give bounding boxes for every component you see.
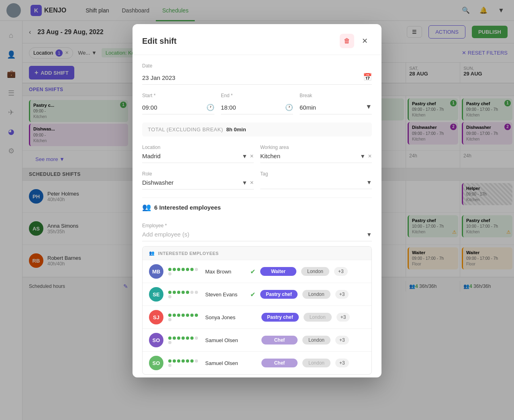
dots-max [168,268,200,275]
location-grid: Location Madrid ▼ ✕ Working area Kitchen… [142,145,372,163]
working-area-label: Working area [260,145,372,150]
role-select[interactable]: Dishwasher ▼ ✕ [142,179,254,190]
avatar-max: MB [149,264,163,279]
role-pill-sonya: Pastry chef [261,313,299,322]
employee-row-steven[interactable]: SE Steven Evans ✔ Pastry chef London +3 [143,283,371,306]
tag-label: Tag [260,171,372,177]
end-input[interactable] [221,101,293,114]
location-value: Madrid [142,153,242,159]
location-clear-icon[interactable]: ✕ [250,153,254,159]
location-pill-max: London [301,267,329,276]
role-field: Role Dishwasher ▼ ✕ [142,171,254,190]
name-sonya: Sonya Jones [205,314,245,320]
interested-header: 👥 6 Interested employees [142,198,372,216]
employee-placeholder: Add employee (s) [142,231,366,238]
role-clear-icon[interactable]: ✕ [250,180,254,186]
plus-more-max[interactable]: +3 [334,267,348,276]
avatar-sonya: SJ [149,310,163,324]
end-label: End * [221,93,293,98]
start-label: Start * [142,93,214,98]
employee-row-samuel1[interactable]: SO Samuel Olsen Chef London +3 [143,328,371,351]
date-section: Date 📅 [142,63,372,85]
role-pill-max: Waiter [260,267,296,276]
location-select[interactable]: Madrid ▼ ✕ [142,153,254,163]
interested-count: 6 Interested employees [154,204,221,211]
modal-title: Edit shift [142,37,177,46]
employees-dropdown: 👥 INTERESTED EMPLOYEES MB Max Brown ✔ Wa… [142,246,372,375]
date-label: Date [142,63,372,69]
interested-employees-icon: 👥 [149,251,155,256]
tag-select[interactable]: ▼ [260,179,372,189]
working-area-dropdown-icon[interactable]: ▼ [360,153,365,159]
modal-body: Date 📅 Start * 🕐 End * 🕐 [133,55,381,377]
total-label: TOTAL (EXCLUDING BREAK) [148,126,223,133]
role-pill-samuel1: Chef [261,336,298,345]
dots-samuel2 [168,359,200,367]
date-row: 📅 [142,71,372,85]
interested-people-icon: 👥 [142,203,151,212]
date-input[interactable] [142,71,372,85]
dots-steven [168,291,200,298]
modal-header: Edit shift 🗑 ✕ [133,24,381,55]
employee-row-max[interactable]: MB Max Brown ✔ Waiter London +3 [143,260,371,283]
working-area-clear-icon[interactable]: ✕ [368,153,372,159]
plus-more-samuel1[interactable]: +3 [335,336,349,345]
location-pill-sonya: London [304,313,332,322]
modal-delete-button[interactable]: 🗑 [340,34,354,48]
avatar-samuel2: SO [149,356,163,370]
break-label: Break [300,93,372,98]
modal-close-button[interactable]: ✕ [357,34,372,48]
dropdown-header: 👥 INTERESTED EMPLOYEES [143,247,371,260]
location-pill-samuel1: London [302,336,330,345]
role-pill-samuel2: Chef [261,359,298,367]
verified-icon-max: ✔ [250,268,255,275]
edit-shift-modal: Edit shift 🗑 ✕ Date 📅 Start * [133,24,381,377]
start-field: Start * 🕐 [142,93,214,114]
role-dropdown-icon[interactable]: ▼ [242,179,247,186]
plus-more-samuel2[interactable]: +3 [335,359,349,367]
working-area-select[interactable]: Kitchen ▼ ✕ [260,153,372,163]
working-area-value: Kitchen [260,153,360,159]
role-pill-steven: Pastry chef [260,290,298,299]
location-pill-steven: London [302,290,330,299]
role-grid: Role Dishwasher ▼ ✕ Tag ▼ [142,171,372,190]
location-field: Location Madrid ▼ ✕ [142,145,254,163]
location-dropdown-icon[interactable]: ▼ [242,153,247,159]
dots-sonya [168,314,200,321]
end-field: End * 🕐 [221,93,293,114]
location-label: Location [142,145,254,150]
role-label: Role [142,171,254,177]
time-grid: Start * 🕐 End * 🕐 Break 60min 30min [142,93,372,114]
break-field: Break 60min 30min None ▼ [300,93,372,114]
working-area-field: Working area Kitchen ▼ ✕ [260,145,372,163]
plus-more-steven[interactable]: +3 [335,290,349,299]
modal-header-actions: 🗑 ✕ [340,34,372,48]
avatar-samuel1: SO [149,333,163,347]
dots-samuel1 [168,336,200,344]
start-clock-icon[interactable]: 🕐 [206,104,214,111]
plus-more-sonya[interactable]: +3 [337,313,350,322]
employee-row-sonya[interactable]: SJ Sonya Jones Pastry chef London +3 [143,306,371,328]
employee-field: Employee * Add employee (s) ▼ [142,223,372,241]
calendar-icon[interactable]: 📅 [363,73,372,82]
location-pill-samuel2: London [302,359,330,367]
tag-field: Tag ▼ [260,171,372,190]
avatar-steven: SE [149,287,163,302]
name-steven: Steven Evans [205,292,245,298]
name-max: Max Brown [205,269,245,275]
modal-overlay[interactable]: Edit shift 🗑 ✕ Date 📅 Start * [0,0,514,420]
start-input[interactable] [142,101,214,114]
tag-dropdown-icon[interactable]: ▼ [366,179,372,186]
total-row: TOTAL (EXCLUDING BREAK) 8h 0min [142,122,372,137]
name-samuel1: Samuel Olsen [205,337,245,343]
employee-select[interactable]: Add employee (s) ▼ [142,231,372,241]
name-samuel2: Samuel Olsen [205,360,245,366]
break-select[interactable]: 60min 30min None [300,101,372,114]
role-value: Dishwasher [142,179,242,186]
employee-section-label: Employee * [142,223,372,228]
verified-icon-steven: ✔ [250,291,255,298]
employee-row-samuel2[interactable]: SO Samuel Olsen Chef London +3 [143,351,371,374]
total-value: 8h 0min [226,126,246,133]
end-clock-icon[interactable]: 🕐 [285,104,293,111]
employee-dropdown-icon[interactable]: ▼ [366,231,372,238]
